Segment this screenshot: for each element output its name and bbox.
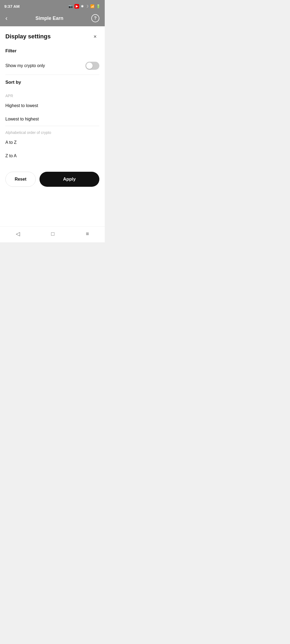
wifi-icon: 📶 <box>90 4 95 8</box>
android-menu-button[interactable]: ≡ <box>86 231 89 237</box>
back-button[interactable]: ‹ <box>5 14 8 22</box>
android-home-button[interactable]: □ <box>51 231 55 237</box>
reset-button[interactable]: Reset <box>5 172 36 187</box>
moon-icon: ☽ <box>85 4 89 8</box>
display-settings-sheet: Display settings × Filter Show my crypto… <box>0 26 105 226</box>
sort-highest-to-lowest[interactable]: Highest to lowest <box>0 99 105 112</box>
bluetooth-icon: ✱ <box>81 4 84 8</box>
help-button[interactable]: ? <box>91 14 99 22</box>
toggle-thumb <box>86 63 93 69</box>
sheet-header: Display settings × <box>0 26 105 46</box>
toggle-track <box>85 62 99 70</box>
sort-by-section: Sort by <box>0 75 105 85</box>
show-my-crypto-row: Show my crypto only <box>0 58 105 75</box>
sheet-title: Display settings <box>5 33 51 40</box>
apr-sublabel: APR <box>0 89 105 99</box>
alphabetical-sublabel: Alphabetical order of crypto <box>0 126 105 136</box>
status-time: 9:37 AM <box>4 4 20 9</box>
bottom-bar: Reset Apply <box>0 165 105 192</box>
android-nav-bar: ◁ □ ≡ <box>0 226 105 242</box>
page-title: Simple Earn <box>35 16 63 21</box>
sort-z-to-a[interactable]: Z to A <box>0 149 105 163</box>
show-my-crypto-toggle[interactable] <box>85 62 99 70</box>
filter-section: Filter <box>0 46 105 54</box>
filter-label: Filter <box>5 48 99 54</box>
android-back-button[interactable]: ◁ <box>16 230 20 237</box>
close-button[interactable]: × <box>91 32 99 41</box>
nav-bar: ‹ Simple Earn ? <box>0 12 105 26</box>
status-icons: 📷 ▶ ✱ ☽ 📶 🔋 <box>68 4 100 9</box>
sort-a-to-z[interactable]: A to Z <box>0 136 105 149</box>
status-bar: 9:37 AM 📷 ▶ ✱ ☽ 📶 🔋 <box>0 0 105 12</box>
sort-lowest-to-highest[interactable]: Lowest to highest <box>0 112 105 126</box>
sort-by-label: Sort by <box>5 80 99 85</box>
battery-icon: 🔋 <box>96 4 100 8</box>
camera-icon: 📷 <box>68 4 73 8</box>
show-my-crypto-label: Show my crypto only <box>5 63 45 68</box>
record-icon: ▶ <box>74 4 79 9</box>
apply-button[interactable]: Apply <box>39 172 99 187</box>
